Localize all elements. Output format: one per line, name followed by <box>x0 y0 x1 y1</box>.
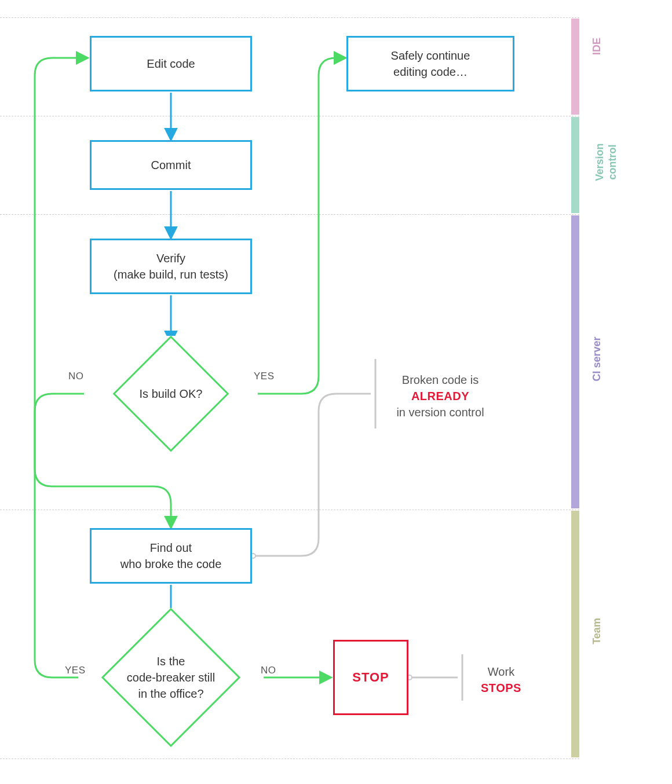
annotation-line: in version control <box>388 404 492 420</box>
annotation-strong: ALREADY <box>388 388 492 404</box>
node-label: Commit <box>151 157 191 173</box>
lane-divider <box>0 116 579 116</box>
annotation-line: Work <box>475 664 527 680</box>
lane-bar-team <box>571 511 579 757</box>
lane-label-team: Team <box>591 614 604 649</box>
node-in-office: Is the code-breaker still in the office? <box>101 608 240 747</box>
edge-label-no: NO <box>261 665 276 676</box>
lane-divider <box>0 759 579 759</box>
node-commit: Commit <box>90 140 252 190</box>
node-verify: Verify (make build, run tests) <box>90 239 252 294</box>
lane-divider <box>0 17 579 18</box>
node-continue-editing: Safely continue editing code… <box>346 36 514 91</box>
node-label: Find out who broke the code <box>120 540 222 572</box>
lane-label-vcs: Version control <box>594 133 619 191</box>
annotation-work-stops: Work STOPS <box>469 660 533 699</box>
node-edit-code: Edit code <box>90 36 252 91</box>
edge-label-yes: YES <box>254 371 275 382</box>
node-is-build-ok: Is build OK? <box>113 336 229 452</box>
node-stop: STOP <box>333 640 408 715</box>
node-label: Edit code <box>147 56 195 72</box>
lane-bar-ci <box>571 215 579 508</box>
node-find-out: Find out who broke the code <box>90 528 252 584</box>
lane-bar-vcs <box>571 117 579 213</box>
annotation-strong: STOPS <box>475 680 527 696</box>
lane-bar-ide <box>571 19 579 115</box>
node-label: Is build OK? <box>113 386 229 402</box>
annotation-line: Broken code is <box>388 372 492 388</box>
lane-label-ci: CI server <box>591 330 604 388</box>
node-label: Safely continue editing code… <box>391 47 470 80</box>
lane-label-ide: IDE <box>591 35 604 58</box>
annotation-broken-code: Broken code is ALREADY in version contro… <box>382 368 498 424</box>
node-label: Verify (make build, run tests) <box>114 250 228 283</box>
node-label: STOP <box>352 669 389 687</box>
edge-label-no: NO <box>68 371 84 382</box>
node-label: Is the code-breaker still in the office? <box>113 653 229 702</box>
edge-label-yes: YES <box>65 665 86 676</box>
lane-divider <box>0 510 579 510</box>
lane-divider <box>0 214 579 215</box>
